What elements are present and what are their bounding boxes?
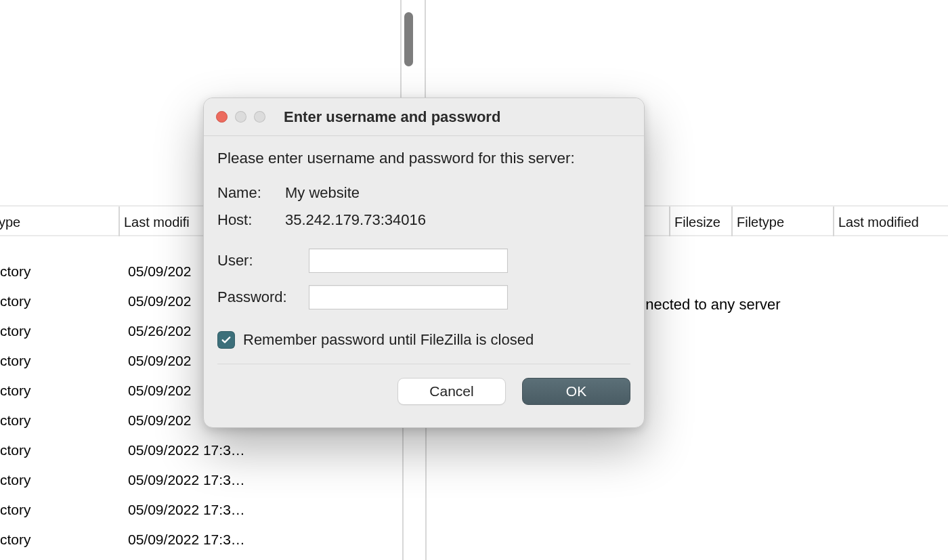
user-input[interactable] bbox=[309, 249, 508, 273]
dialog-buttons: Cancel OK bbox=[204, 364, 644, 405]
cell-filetype: ctory bbox=[0, 293, 121, 309]
table-row[interactable]: ctory05/09/2022 17:3… bbox=[0, 435, 402, 465]
cell-filetype: ctory bbox=[0, 412, 121, 429]
cancel-button[interactable]: Cancel bbox=[397, 378, 506, 405]
check-icon bbox=[220, 334, 232, 346]
name-value: My website bbox=[285, 184, 360, 202]
ok-button[interactable]: OK bbox=[522, 378, 630, 405]
name-row: Name: My website bbox=[217, 179, 630, 207]
cell-modified: 05/09/2022 17:3… bbox=[121, 532, 245, 548]
password-input[interactable] bbox=[309, 285, 508, 309]
minimize-icon bbox=[235, 111, 246, 123]
table-row[interactable]: ctory05/09/2022 17:3… bbox=[0, 495, 402, 525]
password-label: Password: bbox=[217, 288, 309, 306]
remember-checkbox[interactable] bbox=[217, 331, 235, 349]
cell-filetype: ctory bbox=[0, 263, 121, 280]
cell-modified: 05/09/2022 17:3… bbox=[121, 442, 245, 458]
cell-filetype: ctory bbox=[0, 532, 121, 548]
cell-modified: 05/09/2022 17:3… bbox=[121, 502, 245, 518]
auth-dialog: Enter username and password Please enter… bbox=[203, 98, 645, 428]
name-label: Name: bbox=[217, 184, 285, 202]
column-filetype-left[interactable]: ype bbox=[0, 207, 118, 238]
dialog-body: Please enter username and password for t… bbox=[204, 136, 644, 364]
dialog-title: Enter username and password bbox=[284, 108, 500, 126]
cell-modified: 05/26/202 bbox=[121, 323, 191, 339]
table-row[interactable]: ctory05/09/2022 17:3… bbox=[0, 465, 402, 495]
remember-label: Remember password until FileZilla is clo… bbox=[243, 331, 534, 349]
host-row: Host: 35.242.179.73:34016 bbox=[217, 207, 630, 234]
remember-row[interactable]: Remember password until FileZilla is clo… bbox=[217, 331, 630, 364]
host-value: 35.242.179.73:34016 bbox=[285, 211, 426, 229]
cell-modified: 05/09/202 bbox=[121, 383, 191, 399]
host-label: Host: bbox=[217, 211, 285, 229]
cell-filetype: ctory bbox=[0, 442, 121, 458]
column-last-modified-right[interactable]: Last modified bbox=[833, 207, 948, 238]
cell-filetype: ctory bbox=[0, 502, 121, 518]
cell-modified: 05/09/2022 17:3… bbox=[121, 472, 245, 488]
cell-modified: 05/09/202 bbox=[121, 263, 191, 280]
close-icon[interactable] bbox=[216, 111, 228, 123]
cell-filetype: ctory bbox=[0, 383, 121, 399]
column-filetype-right[interactable]: Filetype bbox=[731, 207, 833, 238]
cell-modified: 05/09/202 bbox=[121, 293, 191, 309]
dialog-titlebar[interactable]: Enter username and password bbox=[204, 98, 644, 136]
zoom-icon bbox=[254, 111, 265, 123]
table-row[interactable]: ctory05/09/2022 17:3… bbox=[0, 525, 402, 555]
cell-filetype: ctory bbox=[0, 472, 121, 488]
column-filesize-right[interactable]: Filesize bbox=[669, 207, 731, 238]
scrollbar-thumb[interactable] bbox=[404, 12, 413, 66]
cell-filetype: ctory bbox=[0, 323, 121, 339]
password-row: Password: bbox=[217, 281, 630, 314]
cell-filetype: ctory bbox=[0, 353, 121, 369]
cell-modified: 05/09/202 bbox=[121, 353, 191, 369]
table-row[interactable]: ctory05/09/2022 17:3… bbox=[0, 555, 402, 560]
cell-modified: 05/09/202 bbox=[121, 412, 191, 429]
user-label: User: bbox=[217, 252, 309, 270]
dialog-prompt: Please enter username and password for t… bbox=[217, 150, 630, 167]
user-row: User: bbox=[217, 244, 630, 277]
